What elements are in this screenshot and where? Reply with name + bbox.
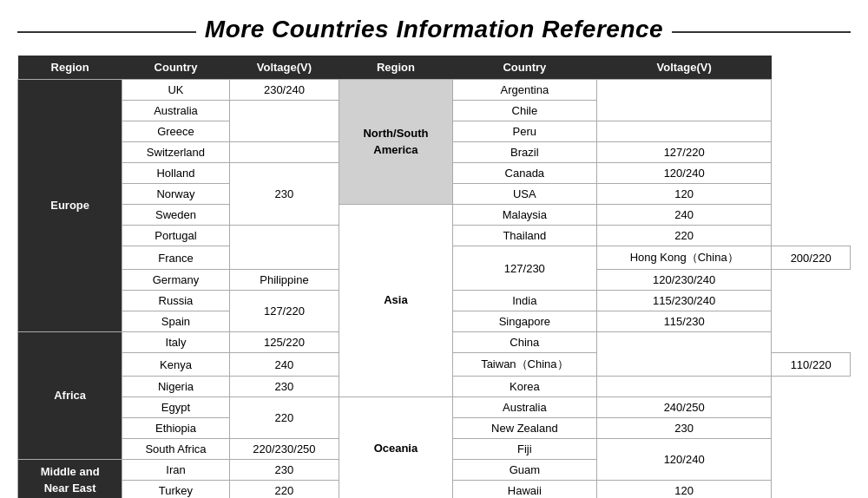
voltage-cell-right-empty bbox=[597, 121, 772, 142]
country-cell-left: Switzerland bbox=[122, 142, 229, 163]
voltage-cell-left: 125/220 bbox=[229, 332, 339, 353]
voltage-cell-right bbox=[597, 377, 772, 397]
voltage-cell-right: 115/230 bbox=[597, 311, 772, 332]
voltage-cell-right: 120/240 bbox=[597, 439, 772, 481]
country-cell-right: Thailand bbox=[452, 226, 596, 246]
voltage-cell-left: 230 bbox=[229, 163, 339, 226]
header-region-right: Region bbox=[339, 56, 452, 80]
country-cell-right: China bbox=[452, 332, 596, 353]
voltage-cell-left: 230 bbox=[229, 460, 339, 481]
header-region-left: Region bbox=[18, 56, 122, 80]
voltage-cell-left bbox=[229, 101, 339, 142]
country-cell-right: India bbox=[452, 291, 596, 311]
region-cell-left: Africa bbox=[18, 332, 122, 460]
country-cell-left: Portugal bbox=[122, 226, 229, 246]
country-cell-left: Kenya bbox=[122, 353, 229, 377]
country-cell-left: Spain bbox=[122, 311, 229, 332]
country-cell-left: Ethiopia bbox=[122, 418, 229, 439]
country-cell-left: Turkey bbox=[122, 481, 229, 499]
region-cell-right: Oceania bbox=[339, 397, 452, 499]
voltage-cell-right: 230 bbox=[597, 418, 772, 439]
country-cell-left: Holland bbox=[122, 163, 229, 184]
voltage-cell-right: 110/220 bbox=[772, 353, 851, 377]
country-cell-left: Iran bbox=[122, 460, 229, 481]
country-cell-right: Chile bbox=[452, 101, 596, 121]
country-cell-left: Australia bbox=[122, 101, 229, 121]
voltage-cell-left: 220 bbox=[229, 481, 339, 499]
voltage-cell-right: 115/230/240 bbox=[597, 291, 772, 311]
country-cell-right: Hong Kong（China） bbox=[597, 246, 772, 270]
country-cell-right: Hawaii bbox=[452, 481, 596, 499]
country-cell-left: Nigeria bbox=[122, 377, 229, 397]
country-cell-left: Germany bbox=[122, 270, 229, 291]
country-cell-left: Greece bbox=[122, 121, 229, 142]
voltage-cell-left: 230/240 bbox=[229, 80, 339, 101]
voltage-cell-right: 240/250 bbox=[597, 397, 772, 418]
voltage-cell-right bbox=[597, 332, 772, 377]
country-cell-right: Fiji bbox=[452, 439, 596, 460]
voltage-cell-right: 240 bbox=[597, 205, 772, 226]
title-section: More Countries Information Reference bbox=[17, 9, 851, 56]
country-cell-right: Argentina bbox=[452, 80, 596, 101]
country-cell-right: Australia bbox=[452, 397, 596, 418]
country-cell-left: Egypt bbox=[122, 397, 229, 418]
voltage-cell-right: 220 bbox=[597, 226, 772, 246]
country-cell-left: Norway bbox=[122, 184, 229, 205]
country-cell-left: France bbox=[122, 246, 229, 270]
page-title: More Countries Information Reference bbox=[205, 16, 663, 43]
country-cell-right: Guam bbox=[452, 460, 596, 481]
voltage-cell-left bbox=[229, 226, 339, 270]
region-cell-right: North/South America bbox=[339, 80, 452, 205]
voltage-cell-right: 200/220 bbox=[772, 246, 851, 270]
country-cell-left: UK bbox=[122, 80, 229, 101]
voltage-cell-right bbox=[597, 80, 772, 121]
country-cell-right: Taiwan（China） bbox=[452, 353, 596, 377]
voltage-cell-right: 127/220 bbox=[597, 142, 772, 163]
header-voltage-left: Voltage(V) bbox=[229, 56, 339, 80]
voltage-cell-left: 127/230 bbox=[452, 246, 596, 291]
header-country-left: Country bbox=[122, 56, 229, 80]
voltage-cell-right: 120/240 bbox=[597, 163, 772, 184]
header-voltage-right: Voltage(V) bbox=[597, 56, 772, 80]
voltage-cell-left: 127/220 bbox=[229, 291, 339, 332]
country-cell-right: Singapore bbox=[452, 311, 596, 332]
region-cell-left: Middle and Near East bbox=[18, 460, 122, 499]
countries-table: Region Country Voltage(V) Region Country… bbox=[17, 56, 851, 498]
region-cell-left: Europe bbox=[18, 80, 122, 332]
country-cell-right: Peru bbox=[452, 121, 596, 142]
region-cell-right: Asia bbox=[339, 205, 452, 397]
country-cell-left: Italy bbox=[122, 332, 229, 353]
voltage-cell-left: 240 bbox=[229, 353, 339, 377]
voltage-cell-left: 230 bbox=[229, 377, 339, 397]
voltage-cell-right: 120/230/240 bbox=[597, 270, 772, 291]
voltage-cell-right: 120 bbox=[597, 481, 772, 499]
country-cell-right: Brazil bbox=[452, 142, 596, 163]
header-country-right: Country bbox=[452, 56, 596, 80]
country-cell-left: South Africa bbox=[122, 439, 229, 460]
voltage-cell-left bbox=[229, 142, 339, 163]
country-cell-right: Malaysia bbox=[452, 205, 596, 226]
country-cell-right: Korea bbox=[452, 377, 596, 397]
voltage-cell-left: 220 bbox=[229, 397, 339, 439]
voltage-cell-left: 220/230/250 bbox=[229, 439, 339, 460]
country-cell-left: Sweden bbox=[122, 205, 229, 226]
voltage-cell-right: 120 bbox=[597, 184, 772, 205]
country-cell-left: Russia bbox=[122, 291, 229, 311]
country-cell-right: Canada bbox=[452, 163, 596, 184]
country-cell-right: New Zealand bbox=[452, 418, 596, 439]
country-cell-right: Philippine bbox=[229, 270, 339, 291]
country-cell-right: USA bbox=[452, 184, 596, 205]
